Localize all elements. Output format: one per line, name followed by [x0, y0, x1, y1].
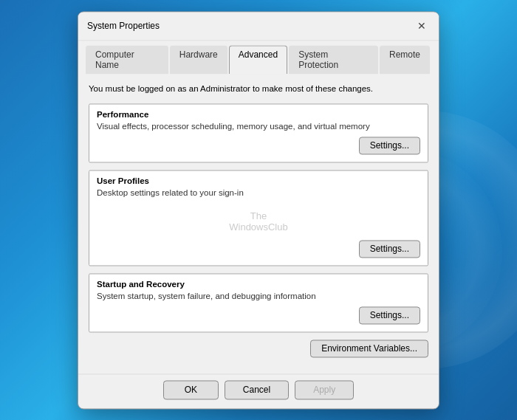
- user-profiles-description: Desktop settings related to your sign-in: [97, 188, 420, 197]
- watermark-text: TheWindowsClub: [97, 203, 420, 240]
- ok-button[interactable]: OK: [163, 380, 219, 399]
- title-bar: System Properties ✕: [78, 12, 439, 41]
- user-profiles-label: User Profiles: [97, 176, 420, 185]
- performance-description: Visual effects, processor scheduling, me…: [97, 122, 420, 131]
- performance-button-row: Settings...: [97, 137, 420, 154]
- user-profiles-button-row: Settings...: [97, 240, 420, 258]
- tab-content: You must be logged on as an Administrato…: [78, 74, 439, 373]
- close-button[interactable]: ✕: [414, 18, 430, 34]
- environment-variables-row: Environment Variables...: [89, 340, 428, 357]
- performance-label: Performance: [97, 110, 420, 119]
- apply-button[interactable]: Apply: [295, 380, 354, 399]
- system-properties-dialog: System Properties ✕ Computer Name Hardwa…: [78, 11, 439, 409]
- cancel-button[interactable]: Cancel: [225, 380, 289, 399]
- startup-recovery-label: Startup and Recovery: [97, 280, 420, 289]
- startup-recovery-section: Startup and Recovery System startup, sys…: [89, 273, 428, 332]
- dialog-button-row: OK Cancel Apply: [78, 373, 439, 408]
- tab-system-protection[interactable]: System Protection: [289, 45, 378, 74]
- tab-computer-name[interactable]: Computer Name: [86, 45, 168, 74]
- performance-settings-button[interactable]: Settings...: [359, 137, 420, 154]
- user-profiles-settings-button[interactable]: Settings...: [359, 240, 420, 258]
- tab-hardware[interactable]: Hardware: [170, 45, 227, 74]
- user-profiles-section: User Profiles Desktop settings related t…: [89, 170, 428, 266]
- environment-variables-button[interactable]: Environment Variables...: [310, 340, 428, 357]
- tab-remote[interactable]: Remote: [380, 45, 430, 74]
- startup-recovery-button-row: Settings...: [97, 306, 420, 324]
- startup-recovery-settings-button[interactable]: Settings...: [359, 306, 420, 324]
- startup-recovery-description: System startup, system failure, and debu…: [97, 292, 420, 300]
- dialog-title: System Properties: [87, 21, 160, 31]
- admin-info-text: You must be logged on as an Administrato…: [89, 83, 428, 94]
- performance-section: Performance Visual effects, processor sc…: [89, 103, 428, 162]
- tab-strip: Computer Name Hardware Advanced System P…: [78, 41, 439, 74]
- tab-advanced[interactable]: Advanced: [229, 45, 287, 74]
